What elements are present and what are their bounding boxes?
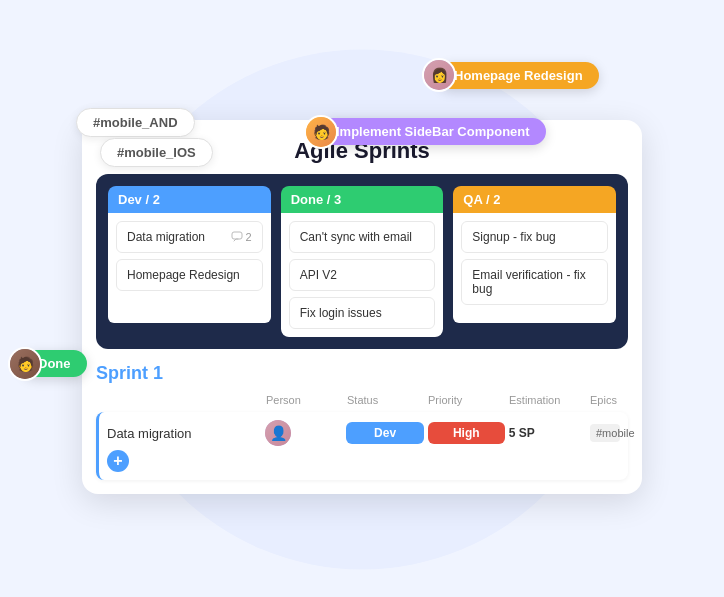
kanban-col-qa: QA / 2 Signup - fix bug Email verificati… xyxy=(453,186,616,337)
task-name: Data migration xyxy=(107,426,261,441)
tag-homepage-redesign[interactable]: Homepage Redesign xyxy=(438,62,599,89)
person-avatar: 👤 xyxy=(265,420,291,446)
col-status: Status xyxy=(347,394,428,406)
kanban-card[interactable]: Signup - fix bug xyxy=(461,221,608,253)
avatar-implement: 🧑 xyxy=(304,115,338,149)
comment-badge: 2 xyxy=(231,231,252,243)
kanban-card[interactable]: Data migration 2 xyxy=(116,221,263,253)
col-header-dev: Dev / 2 xyxy=(108,186,271,213)
col-body-done: Can't sync with email API V2 Fix login i… xyxy=(281,213,444,337)
kanban-col-done: Done / 3 Can't sync with email API V2 Fi… xyxy=(281,186,444,337)
sprint-row[interactable]: Data migration 👤 Dev High 5 SP #mobile + xyxy=(96,412,628,480)
kanban-card[interactable]: Homepage Redesign xyxy=(116,259,263,291)
tag-implement-sidebar[interactable]: Implement SideBar Component xyxy=(320,118,546,145)
col-estimation: Estimation xyxy=(509,394,590,406)
kanban-card[interactable]: Email verification - fix bug xyxy=(461,259,608,305)
estimation-value: 5 SP xyxy=(509,426,586,440)
card-text: Email verification - fix bug xyxy=(472,268,597,296)
kanban-board: Dev / 2 Data migration 2 Homepage Redesi… xyxy=(96,174,628,349)
col-priority: Priority xyxy=(428,394,509,406)
card-text: API V2 xyxy=(300,268,337,282)
avatar-face: 👤 xyxy=(265,420,291,446)
kanban-card[interactable]: Can't sync with email xyxy=(289,221,436,253)
card-text: Signup - fix bug xyxy=(472,230,555,244)
avatar-done: 🧑 xyxy=(8,347,42,381)
card-text: Can't sync with email xyxy=(300,230,412,244)
kanban-col-dev: Dev / 2 Data migration 2 Homepage Redesi… xyxy=(108,186,271,337)
kanban-card[interactable]: Fix login issues xyxy=(289,297,436,329)
status-badge-dev[interactable]: Dev xyxy=(346,422,423,444)
svg-rect-0 xyxy=(232,232,242,239)
tag-mobile-ios[interactable]: #mobile_IOS xyxy=(100,138,213,167)
col-header-done: Done / 3 xyxy=(281,186,444,213)
col-epics: Epics xyxy=(590,394,620,406)
avatar-face-implement: 🧑 xyxy=(306,117,336,147)
comment-icon xyxy=(231,231,243,243)
col-header-qa: QA / 2 xyxy=(453,186,616,213)
priority-badge-high[interactable]: High xyxy=(428,422,505,444)
kanban-card[interactable]: API V2 xyxy=(289,259,436,291)
avatar-homepage: 👩 xyxy=(422,58,456,92)
main-card: Agile Sprints Dev / 2 Data migration 2 H… xyxy=(82,120,642,494)
card-text: Homepage Redesign xyxy=(127,268,240,282)
tag-mobile-and[interactable]: #mobile_AND xyxy=(76,108,195,137)
col-body-qa: Signup - fix bug Email verification - fi… xyxy=(453,213,616,323)
card-text: Data migration xyxy=(127,230,205,244)
avatar-face-homepage: 👩 xyxy=(424,60,454,90)
col-body-dev: Data migration 2 Homepage Redesign xyxy=(108,213,271,323)
epic-tag[interactable]: #mobile xyxy=(590,424,620,442)
add-button[interactable]: + xyxy=(107,450,129,472)
card-text: Fix login issues xyxy=(300,306,382,320)
sprint-title: Sprint 1 xyxy=(96,363,628,384)
avatar-face-done: 🧑 xyxy=(10,349,40,379)
col-person: Person xyxy=(266,394,347,406)
sprint-section: Sprint 1 Person Status Priority Estimati… xyxy=(82,363,642,494)
sprint-table-header: Person Status Priority Estimation Epics xyxy=(96,394,628,406)
